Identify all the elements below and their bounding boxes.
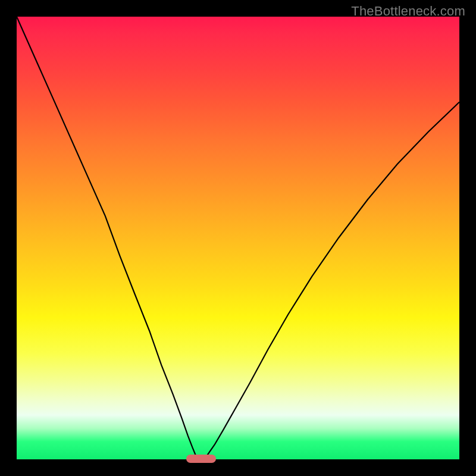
chart-container: TheBottleneck.com <box>0 0 476 476</box>
curve-left <box>17 17 198 459</box>
watermark-text: TheBottleneck.com <box>351 4 465 19</box>
curve-right <box>204 102 459 459</box>
bottleneck-marker <box>186 455 216 463</box>
curve-layer <box>17 17 459 459</box>
